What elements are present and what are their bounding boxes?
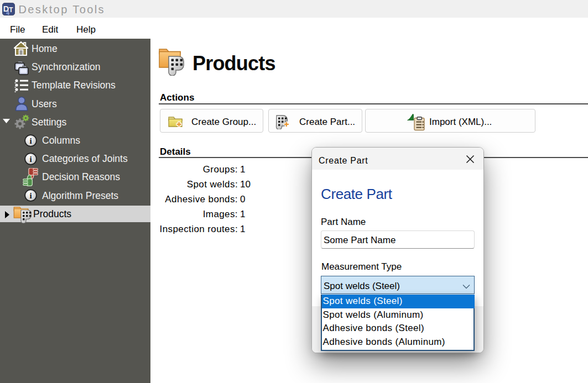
svg-text:i: i [29,155,32,164]
svg-text:T: T [9,6,13,14]
svg-text:i: i [29,191,32,200]
svg-text:i: i [29,137,32,145]
